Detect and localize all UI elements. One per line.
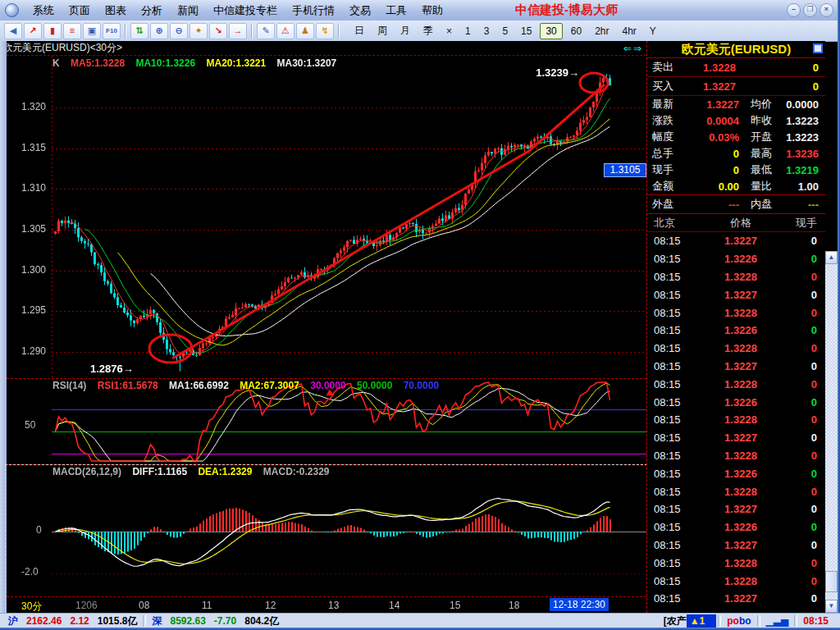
panel-maximize-icon[interactable] — [813, 43, 823, 53]
alert-badge[interactable]: ▲1 — [687, 614, 717, 628]
quote-value: 0.0004 — [685, 115, 739, 127]
quote-list-icon[interactable]: ≡ — [63, 23, 81, 39]
chart-nav-arrows[interactable]: ⇐⇒ — [623, 42, 643, 55]
tick-time: 08:15 — [647, 450, 703, 462]
period-button-60[interactable]: 60 — [566, 24, 587, 39]
tick-price: 1.3227 — [703, 235, 778, 247]
period-button-15[interactable]: 15 — [516, 24, 536, 39]
refresh-icon[interactable]: ⇅ — [130, 23, 148, 39]
sh-index: 2162.46 — [22, 614, 66, 628]
menu-item-0[interactable]: 系统 — [25, 2, 62, 20]
tick-volume: 0 — [778, 413, 825, 426]
close-button[interactable]: × — [819, 3, 833, 17]
drag-hand-icon[interactable]: ✦ — [189, 23, 208, 39]
legend-k: K — [52, 57, 60, 69]
menu-item-3[interactable]: 分析 — [134, 2, 170, 20]
tick-price: 1.3227 — [703, 431, 778, 444]
page-jump-icon[interactable]: → — [229, 23, 247, 39]
menu-item-8[interactable]: 工具 — [378, 2, 414, 20]
menu-item-9[interactable]: 帮助 — [414, 2, 450, 20]
period-button-5[interactable]: 5 — [497, 24, 513, 39]
menu-item-2[interactable]: 图表 — [98, 2, 134, 20]
quote-symbol-title: 欧元美元(EURUSD) — [647, 41, 825, 58]
minimize-button[interactable]: – — [787, 3, 801, 17]
tick-volume: 0 — [778, 592, 825, 605]
tick-row-8: 08:151.32280 — [647, 375, 825, 393]
group-label[interactable]: [农产 — [660, 614, 687, 628]
period-button-月[interactable]: 月 — [395, 22, 415, 39]
macd-panel[interactable]: MACD(26,12,9) DIFF:1.1165 DEA:1.2329 MAC… — [7, 464, 646, 597]
quote-value: 1.3219 — [785, 164, 825, 176]
tick-row-16: 08:151.32260 — [647, 518, 825, 536]
period-button-Y[interactable]: Y — [645, 24, 661, 39]
lightning-icon[interactable]: ↯ — [316, 23, 334, 39]
period-buttons: 日周月季×1351530602hr4hrY — [348, 22, 663, 39]
kline-chart-icon[interactable]: ▮ — [43, 23, 62, 39]
tick-scrollbar[interactable]: ▲ ▼ — [825, 251, 838, 613]
legend-ma10: MA10:1.3226 — [135, 57, 195, 69]
period-button-4hr[interactable]: 4hr — [618, 24, 641, 39]
tick-time: 08:15 — [647, 557, 703, 569]
period-button-日[interactable]: 日 — [349, 22, 369, 39]
line-chart-icon[interactable]: ↗ — [24, 23, 42, 39]
rsi1-value: RSI1:61.5678 — [98, 380, 158, 391]
rsi-canvas[interactable] — [7, 379, 646, 464]
tick-time: 08:15 — [647, 575, 703, 587]
macd-canvas[interactable] — [7, 465, 646, 596]
period-button-季[interactable]: 季 — [418, 22, 438, 39]
scroll-thumb[interactable] — [825, 571, 838, 592]
rsi-panel[interactable]: RSI(14) RSI1:61.5678 MA1:66.6992 MA2:67.… — [7, 378, 646, 465]
restore-button[interactable]: ❐ — [803, 3, 817, 17]
draw-line-icon[interactable]: ✎ — [257, 23, 275, 39]
menu-item-5[interactable]: 中信建投专栏 — [206, 2, 285, 20]
tick-volume: 0 — [778, 324, 825, 336]
inner-volume-label: 内盘 — [739, 197, 785, 212]
sep2 — [251, 24, 253, 39]
f10-info-icon[interactable]: F10 — [103, 23, 121, 39]
menu-item-6[interactable]: 手机行情 — [285, 2, 342, 20]
zoom-out-icon[interactable]: ⊖ — [170, 23, 188, 39]
quote-grid: 最新1.3227均价0.0000涨跌0.0004昨收1.3223幅度0.03%开… — [647, 96, 825, 195]
rsi-level-50: 50.0000 — [357, 380, 392, 391]
monitor-icon[interactable]: ▣ — [83, 23, 101, 39]
quote-value: 1.3227 — [687, 80, 752, 93]
next-window-icon[interactable]: ↘ — [209, 23, 227, 39]
tick-volume: 0 — [778, 486, 825, 498]
tick-list: 08:151.3227008:151.3226008:151.3228008:1… — [647, 232, 825, 606]
time-label-12: 12 — [265, 600, 276, 611]
time-label-08: 08 — [139, 600, 149, 611]
scroll-down-button[interactable]: ▼ — [825, 600, 838, 613]
title-bar: 系统页面图表分析新闻中信建投专栏手机行情交易工具帮助 中信建投-博易大师 – ❐… — [0, 0, 840, 21]
scroll-up-button[interactable]: ▲ — [825, 251, 838, 264]
tick-time: 08:15 — [647, 342, 703, 354]
tick-row-6: 08:151.32280 — [647, 340, 825, 358]
menu-item-4[interactable]: 新闻 — [170, 2, 206, 20]
back-icon[interactable]: ◀ — [4, 23, 22, 39]
inout-row: 外盘 --- 内盘 --- — [647, 195, 825, 214]
zoom-in-icon[interactable]: ⊕ — [150, 23, 168, 39]
users-icon[interactable]: ♟ — [296, 23, 314, 39]
period-button-周[interactable]: 周 — [372, 22, 392, 39]
menu-item-1[interactable]: 页面 — [62, 2, 98, 20]
app-icon[interactable] — [5, 3, 19, 17]
window-left-border — [0, 41, 7, 628]
period-button-30[interactable]: 30 — [540, 23, 562, 39]
main-chart-panel[interactable]: K MA5:1.3228 MA10:1.3226 MA20:1.3221 MA3… — [7, 55, 646, 379]
rsi-axis-label: 50 — [25, 419, 35, 431]
period-button-2hr[interactable]: 2hr — [590, 24, 614, 39]
tick-time: 08:15 — [647, 253, 703, 265]
legend-ma20: MA20:1.3221 — [206, 57, 266, 69]
tick-row-14: 08:151.32280 — [647, 482, 825, 500]
quote-value: 1.3223 — [785, 115, 825, 127]
kline-canvas[interactable] — [7, 56, 646, 379]
tick-row-2: 08:151.32280 — [647, 268, 825, 286]
quote-label: 昨收 — [739, 113, 785, 128]
period-button-3[interactable]: 3 — [479, 24, 495, 39]
menu-item-7[interactable]: 交易 — [342, 2, 378, 20]
alarm-icon[interactable]: ⚠ — [276, 23, 294, 39]
period-button-1[interactable]: 1 — [460, 24, 476, 39]
tick-volume: 0 — [778, 557, 825, 569]
quote-label: 总手 — [647, 146, 685, 161]
time-label-18: 18 — [509, 600, 519, 611]
period-button-×[interactable]: × — [441, 24, 457, 39]
